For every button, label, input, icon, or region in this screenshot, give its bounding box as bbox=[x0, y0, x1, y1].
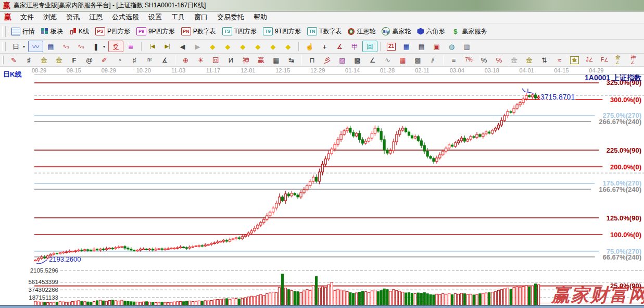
parallel-lines-tool[interactable]: ⫽ bbox=[425, 54, 440, 66]
menu-item-4[interactable]: 公式选股 bbox=[107, 11, 144, 23]
p-number-table-button[interactable]: PNP数字表 bbox=[178, 26, 219, 38]
notepad-tool[interactable]: ▤ bbox=[414, 41, 429, 52]
pan-left-button[interactable]: ◆ bbox=[205, 41, 220, 52]
box-tool[interactable]: ⊓ bbox=[305, 54, 320, 66]
menu-item-6[interactable]: 工具 bbox=[167, 11, 190, 23]
f-angle-tool[interactable]: F∠ bbox=[597, 54, 612, 66]
n-square-tool[interactable]: n² bbox=[142, 54, 157, 66]
fractal-tool[interactable]: 爻 bbox=[108, 41, 123, 52]
percent-lines-tool[interactable]: ℅ bbox=[491, 54, 507, 66]
wave-channel-tool[interactable]: ≈ bbox=[552, 54, 567, 66]
gold-section2-tool[interactable]: 金 bbox=[52, 54, 67, 66]
filled-grid-tool[interactable]: ▩ bbox=[410, 54, 425, 66]
span-tool[interactable]: ↹ bbox=[284, 54, 299, 66]
crosshair-tool[interactable]: ＋ bbox=[317, 41, 332, 52]
menu-item-0[interactable]: 文件 bbox=[16, 11, 39, 23]
circle-cross-tool[interactable]: ⊕ bbox=[178, 54, 193, 66]
doc-tool[interactable]: ▤ bbox=[43, 41, 58, 52]
purple-box-tool[interactable]: ▨ bbox=[335, 54, 350, 66]
zigzag-tool[interactable]: ∿ bbox=[380, 54, 395, 66]
menu-item-7[interactable]: 窗口 bbox=[190, 11, 212, 23]
calculator-tool[interactable]: ▦ bbox=[399, 41, 414, 52]
toolbar-gripper[interactable] bbox=[2, 26, 6, 37]
nav-toolbar: 日▾〰▤∿₃∿₉❚▾爻≣|◀▶|◀▶◆◆◆◆◆◆☝＋∡甲回21▦▤▣◍▥ bbox=[0, 40, 644, 54]
angle-lines-tool[interactable]: ∠ bbox=[365, 54, 380, 66]
quotes-button[interactable]: 行情 bbox=[8, 26, 38, 38]
j-angle-tool[interactable]: J∠ bbox=[582, 54, 597, 66]
toolbar-gripper[interactable] bbox=[2, 42, 6, 51]
wave3-tool[interactable]: ∿₃ bbox=[58, 41, 73, 52]
period-day-dropdown[interactable]: 日▾ bbox=[8, 41, 28, 52]
cross-box-tool[interactable]: ▩ bbox=[350, 54, 365, 66]
t-number-table-button[interactable]: TNT数字表 bbox=[304, 26, 345, 38]
hand-tool[interactable]: ☝ bbox=[302, 41, 317, 52]
p9-square-button[interactable]: P99P四方形 bbox=[133, 26, 178, 38]
winner-wheel-button[interactable]: Big赢家轮 bbox=[378, 26, 414, 38]
red-grid-tool[interactable]: ▦ bbox=[395, 54, 410, 66]
first-page-button[interactable]: |◀ bbox=[145, 41, 160, 52]
gold-circle-tool[interactable]: 金 bbox=[507, 54, 522, 66]
menu-item-1[interactable]: 浏览 bbox=[39, 11, 61, 23]
hash-lines-tool[interactable]: ♯ bbox=[127, 54, 142, 66]
compress-view-button[interactable]: ◆ bbox=[266, 41, 281, 52]
gold-box-tool[interactable]: 金 bbox=[567, 55, 582, 66]
hexagon-button[interactable]: 六角形 bbox=[414, 26, 448, 38]
menu-item-9[interactable]: 帮助 bbox=[249, 11, 272, 23]
t9-square-button[interactable]: T99T四方形 bbox=[260, 26, 304, 38]
wave9-tool[interactable]: ∿₉ bbox=[73, 41, 89, 52]
kline-button[interactable]: K线 bbox=[66, 26, 92, 38]
spiral-tool[interactable]: @ bbox=[82, 54, 97, 66]
time-cycle-tool[interactable]: ◔ bbox=[112, 54, 127, 66]
shen-lines-tool[interactable]: 神 bbox=[238, 54, 254, 66]
angle-ruler-tool[interactable]: ∡ bbox=[157, 54, 172, 66]
p-square-button[interactable]: PSP四方形 bbox=[92, 26, 133, 38]
toolbar-gripper[interactable] bbox=[2, 56, 4, 65]
winner-service-button[interactable]: $赢家服务 bbox=[448, 26, 490, 38]
wave-mark-tool[interactable]: И bbox=[223, 54, 238, 66]
calendar-21-tool[interactable]: 21 bbox=[384, 41, 399, 52]
zoom-in-h-button[interactable]: ◆ bbox=[250, 41, 266, 52]
angle-measure-tool[interactable]: ∡ bbox=[332, 41, 347, 52]
menu-item-5[interactable]: 设置 bbox=[144, 11, 167, 23]
t-square-button[interactable]: TST四方形 bbox=[219, 26, 260, 38]
gann-box-tool[interactable]: 回 bbox=[362, 41, 377, 52]
chart-canvas[interactable]: 08-2909-1509-2910-2011-0311-1712-0112-15… bbox=[0, 67, 644, 308]
gann-wheel-button[interactable]: 江恩轮 bbox=[345, 26, 378, 38]
x-axis-date-label: 04-29 bbox=[589, 67, 603, 73]
color-histogram-tool[interactable]: ≣ bbox=[123, 41, 138, 52]
percent-tool[interactable]: % bbox=[476, 54, 491, 66]
region-tool[interactable]: 甲 bbox=[347, 41, 362, 52]
fib-line-tool[interactable]: F bbox=[67, 54, 82, 66]
sort-pencil-tool[interactable]: ⇅ bbox=[537, 54, 552, 66]
next-candle-button[interactable]: ▶ bbox=[190, 41, 205, 52]
pencil2-tool[interactable]: ✐ bbox=[97, 54, 112, 66]
zoom-out-h-button[interactable]: ◆ bbox=[235, 41, 250, 52]
print-tool[interactable]: ▥ bbox=[459, 41, 474, 52]
draw-pencil-tool[interactable]: ✎ bbox=[6, 54, 21, 66]
save-tool[interactable]: ▣ bbox=[429, 41, 444, 52]
gold-section-tool[interactable]: 金 bbox=[36, 54, 52, 66]
square-spiral-tool[interactable]: 回 bbox=[208, 54, 223, 66]
sectors-button[interactable]: 板块 bbox=[38, 26, 66, 38]
pattern-tool[interactable]: 〰 bbox=[28, 41, 43, 52]
export-web-tool[interactable]: ◍ bbox=[444, 41, 459, 52]
shen-angle-tool[interactable]: 神∠ bbox=[627, 54, 642, 66]
gold-angle-tool[interactable]: 金∠ bbox=[612, 54, 627, 66]
menu-item-3[interactable]: 江恩 bbox=[84, 11, 107, 23]
menu-item-2[interactable]: 资讯 bbox=[61, 11, 84, 23]
prev-candle-button[interactable]: ◀ bbox=[175, 41, 190, 52]
ray-fan-tool[interactable]: 彡 bbox=[320, 54, 335, 66]
menu-item-8[interactable]: 交易委托 bbox=[212, 11, 249, 23]
percent-red-tool[interactable]: 7% bbox=[461, 54, 476, 66]
volume-ladder-tool[interactable]: ≡ bbox=[446, 54, 461, 66]
pan-right-button[interactable]: ◆ bbox=[220, 41, 235, 52]
period-day-icon: 日 bbox=[11, 42, 20, 51]
candle-style-dropdown[interactable]: ❚▾ bbox=[89, 41, 108, 52]
starburst-tool[interactable]: ✳ bbox=[193, 54, 208, 66]
gann-line-tool[interactable]: ♯ bbox=[21, 54, 36, 66]
expand-view-button[interactable]: ◆ bbox=[281, 41, 296, 52]
ying-lines-tool[interactable]: 赢 bbox=[254, 54, 269, 66]
gold-lines-tool[interactable]: 金 bbox=[522, 54, 537, 66]
last-page-button[interactable]: ▶| bbox=[160, 41, 175, 52]
grid-123-tool[interactable]: ▦ bbox=[269, 54, 284, 66]
